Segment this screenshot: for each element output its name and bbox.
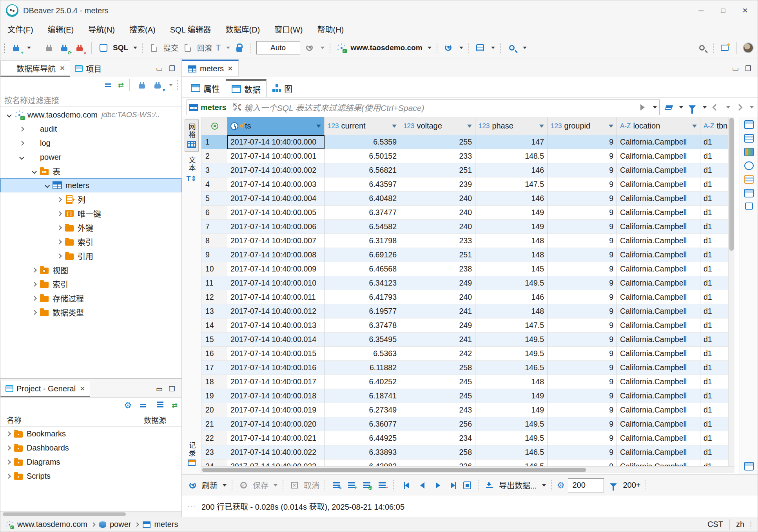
- cell-phase[interactable]: 148: [475, 375, 548, 389]
- sql-editor-button[interactable]: [98, 41, 109, 54]
- menu-6[interactable]: 窗口(W): [274, 24, 303, 35]
- tab-projects[interactable]: 项目: [70, 60, 106, 77]
- cell-voltage[interactable]: 245: [400, 389, 475, 403]
- cell-current[interactable]: 6.18741: [325, 389, 400, 403]
- chevron-right-icon[interactable]: [57, 197, 62, 202]
- cell-tbname[interactable]: d1: [700, 304, 728, 318]
- project-item-diagrams[interactable]: ▪Diagrams: [0, 455, 181, 469]
- cell-voltage[interactable]: 240: [400, 220, 475, 234]
- menu-2[interactable]: 导航(N): [88, 24, 115, 35]
- cell-tbname[interactable]: d1: [700, 375, 728, 389]
- cell-phase[interactable]: 146: [475, 192, 548, 206]
- search-icon[interactable]: [696, 41, 708, 54]
- cell-ts[interactable]: 2017-07-14 10:40:00.012: [227, 304, 325, 318]
- cell-tbname[interactable]: d1: [700, 149, 728, 163]
- cell-groupid[interactable]: 9: [548, 304, 617, 318]
- column-header-current[interactable]: 123current: [325, 117, 400, 135]
- tab-diagram[interactable]: 图: [267, 79, 298, 97]
- cell-location[interactable]: California.Campbell: [617, 318, 700, 333]
- menu-5[interactable]: 数据库(D): [226, 24, 260, 35]
- table-row[interactable]: 62017-07-14 10:40:00.0056.374772401499Ca…: [201, 206, 728, 220]
- cell-groupid[interactable]: 9: [548, 431, 617, 445]
- table-row[interactable]: 212017-07-14 10:40:00.0206.36077256149.5…: [201, 417, 728, 431]
- table-row[interactable]: 182017-07-14 10:40:00.0176.402522451489C…: [201, 375, 728, 389]
- cell-tbname[interactable]: d1: [700, 290, 728, 304]
- table-row[interactable]: 142017-07-14 10:40:00.0136.37478249147.5…: [201, 318, 728, 333]
- cell-groupid[interactable]: 9: [548, 177, 617, 192]
- row-number[interactable]: 9: [201, 248, 227, 262]
- chevron-down-icon[interactable]: [19, 155, 24, 160]
- history-back-dropdown[interactable]: [726, 106, 730, 109]
- cell-voltage[interactable]: 243: [400, 403, 475, 417]
- cell-groupid[interactable]: 9: [548, 389, 617, 403]
- tree-item-references-folder[interactable]: 引用: [0, 249, 181, 263]
- cell-current[interactable]: 6.36077: [325, 417, 400, 431]
- cell-ts[interactable]: 2017-07-14 10:40:00.008: [227, 248, 325, 262]
- cell-voltage[interactable]: 255: [400, 135, 475, 149]
- history-forward-dropdown[interactable]: [750, 106, 754, 109]
- connect-plug-icon[interactable]: [136, 78, 148, 92]
- row-number[interactable]: 19: [201, 389, 227, 403]
- table-row[interactable]: 12017-07-14 10:40:00.0006.53592551479Cal…: [201, 135, 728, 149]
- tree-item-foreign-keys-folder[interactable]: 外键: [0, 221, 181, 235]
- cell-phase[interactable]: 149.5: [475, 417, 548, 431]
- tree-item-views-folder[interactable]: 视图: [0, 263, 181, 277]
- cell-phase[interactable]: 148.5: [475, 149, 548, 163]
- disconnect-icon[interactable]: ✕: [74, 41, 85, 54]
- row-number[interactable]: 12: [201, 290, 227, 304]
- chevron-right-icon[interactable]: [32, 268, 37, 273]
- last-row-icon[interactable]: [448, 479, 459, 492]
- table-row[interactable]: 72017-07-14 10:40:00.0066.545822401499Ca…: [201, 220, 728, 234]
- cell-current[interactable]: 6.11882: [325, 361, 400, 375]
- menu-1[interactable]: 编辑(E): [48, 24, 74, 35]
- fetch-next-segment-icon[interactable]: [607, 479, 619, 492]
- table-row[interactable]: 52017-07-14 10:40:00.0046.404822401469Ca…: [201, 192, 728, 206]
- commit-icon[interactable]: [148, 41, 160, 54]
- cell-voltage[interactable]: 240: [400, 192, 475, 206]
- cell-location[interactable]: California.Campbell: [617, 403, 700, 417]
- cell-tbname[interactable]: d1: [700, 177, 728, 192]
- chevron-right-icon[interactable]: [6, 431, 11, 436]
- row-number[interactable]: 16: [201, 347, 227, 361]
- cell-voltage[interactable]: 249: [400, 318, 475, 333]
- cell-voltage[interactable]: 238: [400, 262, 475, 276]
- tree-item-columns-folder[interactable]: 列: [0, 192, 181, 206]
- cell-location[interactable]: California.Campbell: [617, 206, 700, 220]
- commit-label[interactable]: 提交: [163, 42, 178, 53]
- chevron-right-icon[interactable]: [57, 239, 62, 244]
- cell-ts[interactable]: 2017-07-14 10:40:00.011: [227, 290, 325, 304]
- cell-ts[interactable]: 2017-07-14 10:40:00.009: [227, 262, 325, 276]
- cell-voltage[interactable]: 251: [400, 248, 475, 262]
- maximize-panel-icon[interactable]: ❐: [169, 64, 175, 73]
- vertical-scrollbar[interactable]: [728, 117, 734, 466]
- active-schema-dropdown[interactable]: [491, 47, 495, 49]
- column-filter-dropdown-icon[interactable]: [692, 125, 697, 128]
- table-row[interactable]: 42017-07-14 10:40:00.0036.43597239147.59…: [201, 177, 728, 192]
- cell-phase[interactable]: 147: [475, 135, 548, 149]
- cell-phase[interactable]: 147.5: [475, 318, 548, 333]
- row-number[interactable]: 1: [201, 135, 227, 149]
- table-row[interactable]: 172017-07-14 10:40:00.0166.11882258146.5…: [201, 361, 728, 375]
- cell-ts[interactable]: 2017-07-14 10:40:00.000: [227, 135, 325, 149]
- previous-row-icon[interactable]: [416, 479, 428, 492]
- cell-phase[interactable]: 146.5: [475, 445, 548, 460]
- cell-location[interactable]: California.Campbell: [617, 135, 700, 149]
- row-number[interactable]: 13: [201, 304, 227, 318]
- tree-item-connection[interactable]: ✓www.taosdemo.comjdbc:TAOS-WS:/..: [0, 108, 181, 122]
- export-icon[interactable]: [484, 479, 495, 492]
- sidebar-horizontal-scrollbar[interactable]: [0, 511, 181, 517]
- cell-location[interactable]: California.Campbell: [617, 431, 700, 445]
- column-filter-dropdown-icon[interactable]: [392, 125, 397, 128]
- presentation-grid-tab[interactable]: 网格: [185, 119, 199, 152]
- cell-location[interactable]: California.Campbell: [617, 290, 700, 304]
- cell-current[interactable]: 6.43597: [325, 177, 400, 192]
- table-row[interactable]: 192017-07-14 10:40:00.0186.187412451499C…: [201, 389, 728, 403]
- tab-database-navigator[interactable]: 数据库导航 ✕: [0, 60, 70, 77]
- cell-ts[interactable]: 2017-07-14 10:40:00.013: [227, 318, 325, 333]
- cell-voltage[interactable]: 239: [400, 177, 475, 192]
- cell-voltage[interactable]: 241: [400, 304, 475, 318]
- cell-groupid[interactable]: 9: [548, 375, 617, 389]
- cell-groupid[interactable]: 9: [548, 417, 617, 431]
- export-dropdown[interactable]: [542, 484, 546, 487]
- column-datasource-header[interactable]: 数据源: [144, 414, 166, 425]
